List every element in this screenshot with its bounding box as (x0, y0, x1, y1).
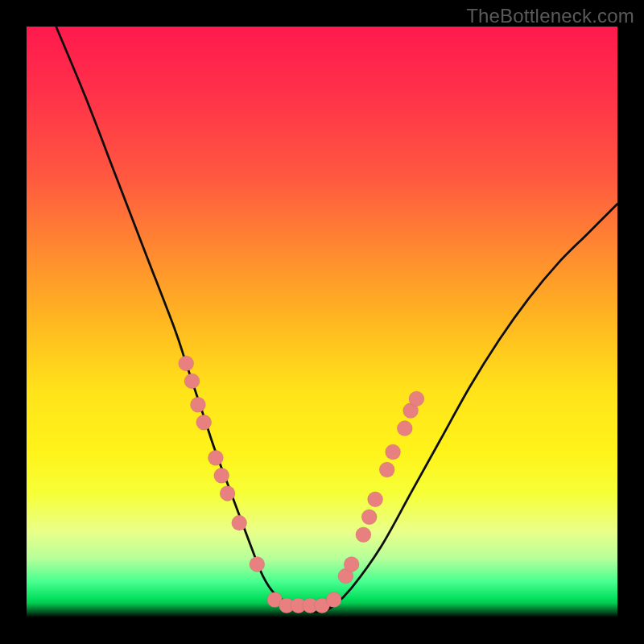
marker-dot (379, 462, 394, 477)
marker-dot (397, 421, 412, 436)
marker-dot (220, 485, 235, 501)
chart-frame: TheBottleneck.com (0, 0, 644, 644)
marker-dot (196, 415, 212, 430)
marker-dot (208, 450, 223, 465)
watermark-text: TheBottleneck.com (466, 5, 634, 27)
curve-svg (27, 27, 617, 617)
marker-dot (409, 391, 424, 407)
marker-dot (250, 556, 265, 572)
marker-dot (356, 527, 371, 543)
marker-dot (326, 592, 341, 608)
marker-dots (179, 356, 424, 613)
marker-dot (368, 492, 383, 507)
marker-dot (179, 356, 194, 371)
marker-dot (344, 556, 359, 572)
marker-dot (184, 374, 200, 389)
bottleneck-curve (56, 27, 617, 613)
marker-dot (214, 468, 229, 483)
marker-dot (190, 397, 205, 412)
marker-dot (232, 515, 247, 530)
marker-dot (386, 444, 401, 460)
plot-area (27, 27, 617, 617)
marker-dot (361, 510, 377, 525)
